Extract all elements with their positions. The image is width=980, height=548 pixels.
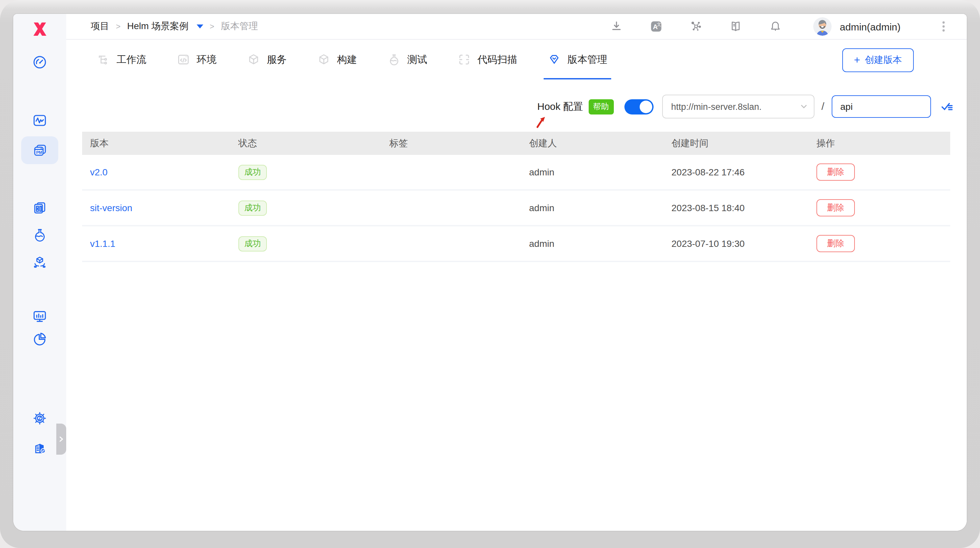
docs-icon[interactable] — [729, 19, 743, 34]
hook-config-label: Hook 配置 — [537, 100, 583, 113]
tab-environment[interactable]: 环境 — [173, 40, 221, 79]
chevron-down-icon — [799, 102, 808, 111]
tab-label: 环境 — [197, 53, 216, 66]
tab-test[interactable]: 测试 — [383, 40, 431, 79]
sidebar-item-dashboard[interactable] — [32, 54, 48, 70]
breadcrumb-separator: > — [210, 22, 214, 31]
tab-build[interactable]: 构建 — [313, 40, 361, 79]
user-avatar[interactable] — [813, 17, 832, 36]
toggle-knob — [639, 100, 652, 113]
col-creator: 创建人 — [521, 137, 663, 149]
main-area: 项目 > Helm 场景案例 > 版本管理 — [66, 14, 967, 531]
svg-text:Z: Z — [38, 415, 41, 421]
table-row: v2.0 成功 admin 2023-08-22 17:46 删除 — [82, 155, 950, 191]
version-link[interactable]: v2.0 — [90, 167, 108, 177]
sidebar-item-delivery[interactable] — [32, 254, 48, 270]
status-badge: 成功 — [239, 236, 267, 251]
col-created: 创建时间 — [663, 137, 808, 149]
path-separator: / — [821, 101, 824, 113]
confirm-checklist-icon[interactable] — [940, 100, 953, 113]
help-badge[interactable]: 帮助 — [588, 99, 614, 114]
table-header: 版本 状态 标签 创建人 创建时间 操作 — [82, 132, 950, 155]
breadcrumb-current: 版本管理 — [221, 21, 258, 32]
tab-label: 测试 — [407, 53, 427, 66]
version-content: Hook 配置 帮助 http://min-server.8slan. / — [66, 79, 967, 531]
user-name[interactable]: admin(admin) — [840, 21, 900, 32]
creator-cell: admin — [521, 238, 663, 249]
navbar-actions: A 文 — [584, 17, 950, 36]
tab-version-management[interactable]: 版本管理 — [544, 40, 611, 79]
delete-button[interactable]: 删除 — [816, 199, 855, 217]
brand-logo-icon[interactable] — [30, 19, 50, 39]
workflow-icon — [97, 53, 110, 66]
pm-label: PM — [36, 150, 42, 155]
table-row: v1.1.1 成功 admin 2023-07-10 19:30 删除 — [82, 226, 950, 262]
app-window: PM — [13, 14, 967, 531]
hook-url-value: http://min-server.8slan. — [671, 102, 762, 111]
breadcrumb-project-name[interactable]: Helm 场景案例 — [127, 21, 188, 32]
services-icon — [247, 53, 260, 66]
delete-button[interactable]: 删除 — [816, 235, 855, 253]
sidebar-item-settings[interactable]: Z — [32, 410, 48, 426]
more-icon[interactable] — [938, 19, 950, 34]
sidebar-item-reports[interactable] — [32, 308, 48, 324]
tab-label: 构建 — [337, 53, 357, 66]
sidebar-item-monitoring[interactable] — [32, 113, 48, 129]
sidebar-item-apps[interactable] — [32, 200, 48, 216]
table-row: sit-version 成功 admin 2023-08-15 18:40 删除 — [82, 191, 950, 226]
breadcrumb-projects[interactable]: 项目 — [91, 21, 109, 32]
col-version: 版本 — [82, 137, 231, 149]
sidebar: PM — [13, 14, 66, 531]
created-cell: 2023-07-10 19:30 — [663, 238, 808, 249]
create-version-button[interactable]: + 创建版本 — [842, 48, 914, 72]
delete-button[interactable]: 删除 — [816, 164, 855, 181]
download-icon[interactable] — [609, 19, 624, 34]
build-icon — [317, 53, 331, 66]
bell-icon[interactable] — [768, 19, 783, 34]
tab-code-scan[interactable]: 代码扫描 — [453, 40, 521, 79]
creator-cell: admin — [521, 203, 663, 213]
col-actions: 操作 — [808, 137, 950, 149]
project-dropdown-caret-icon[interactable] — [196, 24, 203, 29]
plus-icon: + — [854, 55, 860, 65]
version-link[interactable]: sit-version — [90, 203, 132, 213]
version-link[interactable]: v1.1.1 — [90, 238, 115, 249]
hook-path-input[interactable] — [832, 95, 931, 118]
version-gem-icon — [547, 53, 561, 66]
col-tag: 标签 — [382, 137, 521, 149]
tab-label: 工作流 — [116, 53, 146, 66]
svg-text:文: 文 — [657, 22, 662, 27]
breadcrumb: 项目 > Helm 场景案例 > 版本管理 — [91, 21, 258, 32]
hook-url-select[interactable]: http://min-server.8slan. — [662, 95, 814, 119]
sidebar-item-analytics[interactable] — [32, 331, 48, 347]
sidebar-item-testing[interactable] — [32, 227, 48, 243]
chevron-right-icon — [58, 436, 64, 442]
created-cell: 2023-08-15 18:40 — [663, 203, 808, 213]
create-version-label: 创建版本 — [865, 54, 902, 66]
tab-label: 服务 — [267, 53, 287, 66]
topology-icon[interactable] — [689, 19, 703, 34]
top-navbar: 项目 > Helm 场景案例 > 版本管理 — [66, 14, 967, 40]
hook-toggle[interactable] — [624, 99, 653, 114]
version-table: 版本 状态 标签 创建人 创建时间 操作 v2.0 成功 admin 2023-… — [82, 132, 950, 262]
project-pm-icon[interactable]: PM — [32, 142, 48, 158]
device-frame: PM — [0, 0, 980, 548]
translate-icon[interactable]: A 文 — [649, 19, 664, 34]
status-badge: 成功 — [239, 200, 267, 215]
hook-config-row: Hook 配置 帮助 http://min-server.8slan. / — [66, 95, 953, 118]
creator-cell: admin — [521, 167, 663, 177]
environment-icon — [177, 53, 190, 66]
sidebar-expand-handle[interactable] — [56, 424, 66, 455]
breadcrumb-separator: > — [116, 22, 121, 31]
status-badge: 成功 — [239, 164, 267, 180]
sidebar-item-organization[interactable] — [32, 440, 48, 455]
code-scan-icon — [458, 53, 471, 66]
created-cell: 2023-08-22 17:46 — [663, 167, 808, 177]
tab-label: 代码扫描 — [477, 53, 517, 66]
annotation-arrow-icon — [534, 114, 548, 129]
tab-services[interactable]: 服务 — [243, 40, 291, 79]
tab-workflow[interactable]: 工作流 — [93, 40, 150, 79]
test-flask-icon — [387, 53, 401, 66]
col-status: 状态 — [231, 137, 382, 149]
module-tabbar: 工作流 环境 — [66, 40, 967, 80]
